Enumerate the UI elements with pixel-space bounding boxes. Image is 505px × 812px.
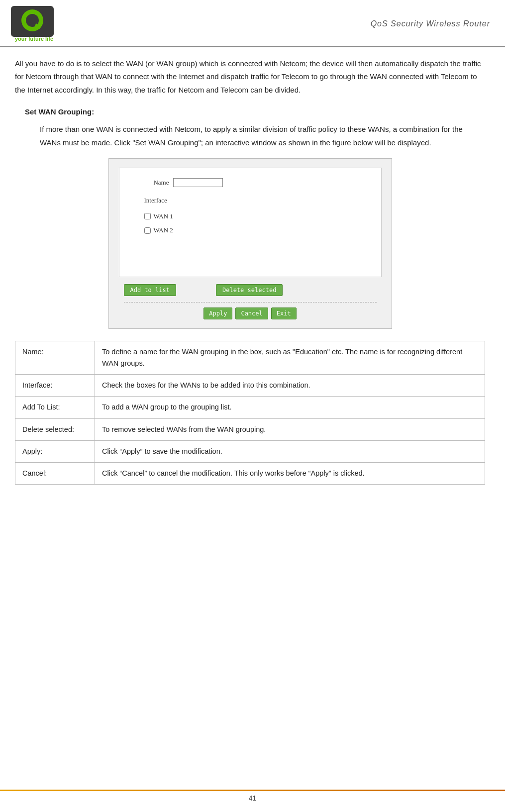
intro-paragraph: All you have to do is to select the WAN … <box>15 57 485 97</box>
table-row: Delete selected: To remove selected WANs… <box>15 418 485 440</box>
footer-line <box>0 790 505 791</box>
table-cell-label: Cancel: <box>15 462 95 484</box>
main-content: All you have to do is to select the WAN … <box>0 47 505 495</box>
button-row-2: Apply Cancel Exit <box>119 307 382 319</box>
info-table: Name: To define a name for the WAN group… <box>15 341 485 485</box>
section-title: Set WAN Grouping: <box>15 105 485 118</box>
wan1-row: WAN 1 <box>144 211 371 222</box>
screenshot-container: Name Interface WAN 1 WAN 2 Add to list D… <box>15 158 485 329</box>
exit-button[interactable]: Exit <box>271 307 297 319</box>
button-row-1: Add to list Delete selected <box>119 284 382 296</box>
table-cell-label: Apply: <box>15 440 95 462</box>
table-cell-desc: Click “Cancel” to cancel the modificatio… <box>95 462 485 484</box>
wan1-checkbox[interactable] <box>144 213 151 219</box>
table-row: Name: To define a name for the WAN group… <box>15 341 485 374</box>
wan1-label: WAN 1 <box>154 211 173 222</box>
divider <box>124 302 377 303</box>
table-cell-desc: To remove selected WANs from the WAN gro… <box>95 418 485 440</box>
wan2-label: WAN 2 <box>154 225 173 236</box>
svg-text:your future life: your future life <box>15 36 53 42</box>
logo-area: your future life <box>10 5 55 42</box>
table-cell-desc: To define a name for the WAN grouping in… <box>95 341 485 374</box>
wan2-row: WAN 2 <box>144 225 371 236</box>
table-cell-desc: Check the boxes for the WANs to be added… <box>95 375 485 397</box>
table-cell-desc: To add a WAN group to the grouping list. <box>95 397 485 418</box>
section-body: If more than one WAN is connected with N… <box>15 123 485 149</box>
table-cell-label: Delete selected: <box>15 418 95 440</box>
form-area: Name Interface WAN 1 WAN 2 <box>119 168 382 277</box>
interface-label: Interface <box>144 195 371 206</box>
table-row: Cancel: Click “Cancel” to cancel the mod… <box>15 462 485 484</box>
apply-button[interactable]: Apply <box>203 307 232 319</box>
table-row: Add To List: To add a WAN group to the g… <box>15 397 485 418</box>
header-title: QoS Security Wireless Router <box>371 19 490 28</box>
delete-selected-button[interactable]: Delete selected <box>216 284 283 296</box>
table-cell-label: Add To List: <box>15 397 95 418</box>
table-cell-label: Interface: <box>15 375 95 397</box>
add-to-list-button[interactable]: Add to list <box>124 284 176 296</box>
name-label: Name <box>129 177 169 188</box>
name-input[interactable] <box>173 178 223 187</box>
table-cell-label: Name: <box>15 341 95 374</box>
page-footer: 41 <box>0 794 505 802</box>
page-number: 41 <box>249 794 257 802</box>
name-row: Name <box>129 177 371 188</box>
screenshot-box: Name Interface WAN 1 WAN 2 Add to list D… <box>108 158 392 329</box>
table-cell-desc: Click “Apply” to save the modification. <box>95 440 485 462</box>
qno-logo: your future life <box>10 5 55 42</box>
table-row: Apply: Click “Apply” to save the modific… <box>15 440 485 462</box>
page-header: your future life QoS Security Wireless R… <box>0 0 505 47</box>
cancel-button[interactable]: Cancel <box>235 307 268 319</box>
wan2-checkbox[interactable] <box>144 227 151 234</box>
table-row: Interface: Check the boxes for the WANs … <box>15 375 485 397</box>
